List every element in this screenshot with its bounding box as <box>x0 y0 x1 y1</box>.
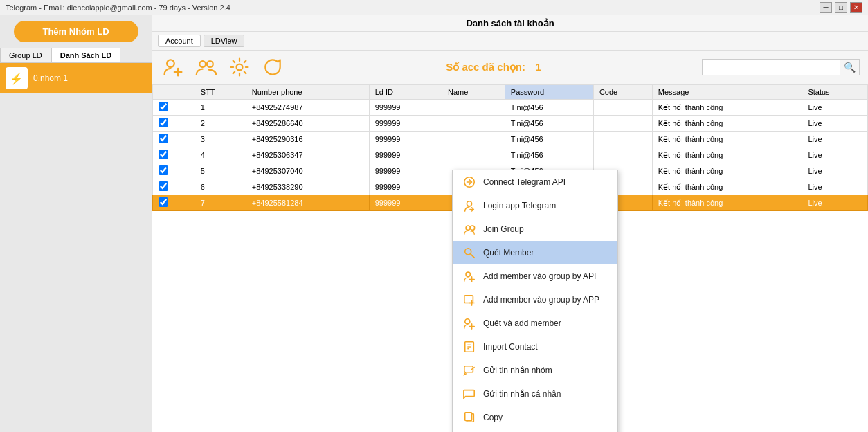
ctx-icon-add-member-api <box>462 269 476 283</box>
group-name: 0.nhom 1 <box>33 73 68 83</box>
row-ldid: 999999 <box>369 116 442 132</box>
ctx-item-gui-tin-nhan-nhom[interactable]: Gửi tin nhắn nhóm <box>453 359 617 382</box>
ctx-icon-add-member-app <box>462 293 476 307</box>
ctx-item-join-group[interactable]: Join Group <box>453 217 617 241</box>
col-code: Code <box>593 85 652 100</box>
svg-rect-28 <box>465 413 472 421</box>
group-list: ⚡ 0.nhom 1 <box>0 63 152 432</box>
row-name <box>442 132 505 147</box>
svg-point-0 <box>167 60 174 67</box>
row-ldid: 999999 <box>369 195 442 211</box>
svg-point-8 <box>466 226 470 230</box>
row-stt: 2 <box>195 116 246 132</box>
col-password: Password <box>505 85 593 100</box>
row-phone: +84925307040 <box>246 163 369 179</box>
row-status: Live <box>802 195 868 211</box>
row-ldid: 999999 <box>369 100 442 116</box>
ctx-label-connect-telegram-api: Connect Telegram API <box>483 177 566 187</box>
row-stt: 7 <box>195 195 246 211</box>
col-phone: Number phone <box>246 85 369 100</box>
col-status: Status <box>802 85 868 100</box>
settings-icon[interactable] <box>227 55 252 80</box>
table-header-row: STT Number phone Ld ID Name Password Cod… <box>153 85 868 100</box>
row-message: Kết nối thành công <box>652 163 802 179</box>
col-stt: STT <box>195 85 246 100</box>
svg-point-12 <box>466 272 470 276</box>
row-message: Kết nối thành công <box>652 132 802 147</box>
row-checkbox-cell[interactable] <box>153 132 195 147</box>
ctx-icon-gui-tin-nhan-nhom <box>462 363 476 377</box>
ctx-item-quet-member[interactable]: Quét Member <box>453 241 617 264</box>
sub-tabs-row: Account LDView <box>152 32 868 51</box>
app-container: Thêm Nhóm LD Group LD Danh Sách LD ⚡ 0.n… <box>0 15 868 432</box>
row-name <box>442 147 505 163</box>
acc-count-display: Số acc đã chọn: 1 <box>296 61 691 73</box>
row-checkbox-cell[interactable] <box>153 179 195 195</box>
search-button[interactable]: 🔍 <box>840 59 860 75</box>
row-status: Live <box>802 132 868 147</box>
row-ldid: 999999 <box>369 163 442 179</box>
row-name <box>442 100 505 116</box>
add-user-icon[interactable] <box>161 55 186 80</box>
maximize-button[interactable]: □ <box>835 2 847 13</box>
row-stt: 4 <box>195 147 246 163</box>
row-phone: +84925338290 <box>246 179 369 195</box>
row-phone: +84925286640 <box>246 116 369 132</box>
page-title: Danh sách tài khoản <box>152 15 868 32</box>
ctx-item-gui-tin-nhan-ca-nhan[interactable]: Gửi tin nhắn cá nhân <box>453 382 617 406</box>
sub-tab-ldview[interactable]: LDView <box>204 35 245 47</box>
row-ldid: 999999 <box>369 179 442 195</box>
row-checkbox-cell[interactable] <box>153 100 195 116</box>
row-code <box>593 100 652 116</box>
sidebar-tabs: Group LD Danh Sách LD <box>0 48 152 63</box>
ctx-item-add-member-app[interactable]: Add member vào group by APP <box>453 288 617 312</box>
row-checkbox-cell[interactable] <box>153 163 195 179</box>
col-ldid: Ld ID <box>369 85 442 100</box>
close-button[interactable]: ✕ <box>850 2 862 13</box>
row-stt: 5 <box>195 163 246 179</box>
search-input[interactable] <box>702 59 840 75</box>
content-area: Thêm Nhóm LD Group LD Danh Sách LD ⚡ 0.n… <box>0 15 868 432</box>
refresh-icon[interactable] <box>260 55 285 80</box>
row-name <box>442 116 505 132</box>
row-ldid: 999999 <box>369 132 442 147</box>
add-group-button[interactable]: Thêm Nhóm LD <box>14 21 138 42</box>
toolbar-icons <box>161 55 285 80</box>
svg-point-18 <box>465 319 470 324</box>
minimize-button[interactable]: ─ <box>820 2 832 13</box>
table-row[interactable]: 3 +84925290316 999999 Tini@456 Kết nối t… <box>153 132 868 147</box>
ctx-item-quet-add[interactable]: Quét và add member <box>453 312 617 335</box>
row-password: Tini@456 <box>505 132 593 147</box>
row-status: Live <box>802 179 868 195</box>
row-message: Kết nối thành công <box>652 179 802 195</box>
ctx-item-login-app-telegram[interactable]: Login app Telegram <box>453 194 617 217</box>
group-item[interactable]: ⚡ 0.nhom 1 <box>0 63 152 93</box>
row-checkbox-cell[interactable] <box>153 147 195 163</box>
row-checkbox-cell[interactable] <box>153 116 195 132</box>
sub-tab-account[interactable]: Account <box>158 35 201 47</box>
table-row[interactable]: 2 +84925286640 999999 Tini@456 Kết nối t… <box>153 116 868 132</box>
tab-group-ld[interactable]: Group LD <box>0 48 51 62</box>
ctx-item-add-member-api[interactable]: Add member vào group by API <box>453 264 617 288</box>
ctx-label-login-app-telegram: Login app Telegram <box>483 201 556 210</box>
row-message: Kết nối thành công <box>652 116 802 132</box>
ctx-item-import-contact[interactable]: Import Contact <box>453 335 617 359</box>
window-controls: ─ □ ✕ <box>820 2 862 13</box>
col-message: Message <box>652 85 802 100</box>
group-icon-toolbar[interactable] <box>194 55 219 80</box>
ctx-item-copy[interactable]: Copy <box>453 406 617 429</box>
group-icon: ⚡ <box>6 67 28 89</box>
ctx-item-connect-telegram-api[interactable]: Connect Telegram API <box>453 170 617 194</box>
table-row[interactable]: 4 +84925306347 999999 Tini@456 Kết nối t… <box>153 147 868 163</box>
tab-danh-sach-ld[interactable]: Danh Sách LD <box>51 48 121 62</box>
ctx-label-import-contact: Import Contact <box>483 342 538 352</box>
ctx-icon-gui-tin-nhan-ca-nhan <box>462 387 476 401</box>
acc-count-value: 1 <box>535 61 541 73</box>
row-message: Kết nối thành công <box>652 195 802 211</box>
ctx-item-cap-nhat[interactable]: Cập nhật tài khoản <box>453 429 617 432</box>
row-status: Live <box>802 147 868 163</box>
row-status: Live <box>802 100 868 116</box>
table-row[interactable]: 1 +84925274987 999999 Tini@456 Kết nối t… <box>153 100 868 116</box>
row-checkbox-cell[interactable] <box>153 195 195 211</box>
ctx-label-gui-tin-nhan-ca-nhan: Gửi tin nhắn cá nhân <box>483 389 561 399</box>
